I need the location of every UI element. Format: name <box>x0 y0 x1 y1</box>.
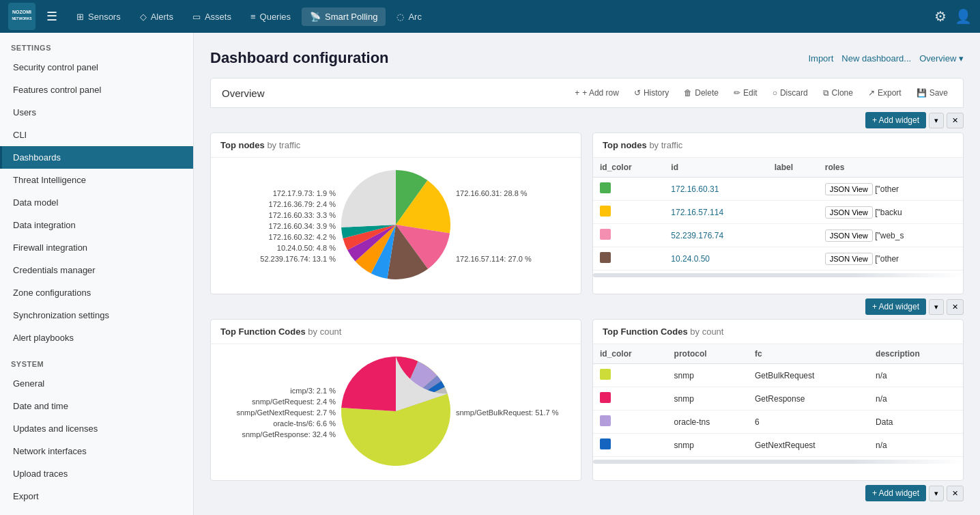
sidebar-item-cli[interactable]: CLI <box>0 124 193 146</box>
page-header-actions: Import New dashboard... Overview ▾ <box>808 53 964 64</box>
add-widget-button-3[interactable]: + Add widget <box>865 485 926 501</box>
widget-collapse-button-2[interactable]: ▾ <box>929 299 944 315</box>
node-id-link[interactable]: 10.24.0.50 <box>671 254 710 264</box>
col-id-color: id_color <box>593 344 667 364</box>
widget-card-fc-pie: Top Function Codes by count icmp/3: 2.1 … <box>210 319 581 481</box>
sidebar-item-updates-and-licenses[interactable]: Updates and licenses <box>0 417 193 440</box>
sidebar-item-general[interactable]: General <box>0 372 193 395</box>
pie-with-labels-1: 172.17.9.73: 1.9 % 172.16.36.79: 2.4 % 1… <box>218 165 574 287</box>
logo-icon: NOZOMI NETWORKS <box>8 3 35 30</box>
sidebar-item-firewall-integration[interactable]: Firewall integration <box>0 236 193 259</box>
json-view-button[interactable]: JSON View <box>825 206 873 219</box>
clone-button[interactable]: ⧉ Clone <box>819 85 857 100</box>
widget-collapse-button-3[interactable]: ▾ <box>929 486 944 501</box>
smart-polling-icon: 📡 <box>310 12 321 22</box>
sidebar-item-credentials-manager[interactable]: Credentials manager <box>0 259 193 281</box>
col-description: description <box>869 344 963 364</box>
node-id-link[interactable]: 172.16.60.31 <box>671 184 719 194</box>
settings-section-label: Settings <box>0 33 193 56</box>
sidebar-item-date-and-time[interactable]: Date and time <box>0 395 193 417</box>
sidebar-item-security-control-panel[interactable]: Security control panel <box>0 56 193 79</box>
sidebar-item-alert-playbooks[interactable]: Alert playbooks <box>0 326 193 349</box>
col-id-color: id_color <box>593 158 664 178</box>
table1-scroll[interactable]: id_color id label roles 172.16.60.31 <box>593 158 963 280</box>
add-widget-bar-2: + Add widget ▾ ✕ <box>210 294 964 319</box>
table-row: snmp GetBulkRequest n/a <box>593 364 963 387</box>
scrollbar-hint-1[interactable] <box>593 273 963 277</box>
topnav-right: ⚙ 👤 <box>934 8 972 25</box>
widget-card-nodes-pie: Top nodes by traffic 172.17.9.73: 1.9 % … <box>210 133 581 294</box>
edit-icon: ✏ <box>734 88 740 98</box>
widget-collapse-button-1[interactable]: ▾ <box>929 113 944 128</box>
json-view-button[interactable]: JSON View <box>825 253 873 265</box>
widget-delete-button-1[interactable]: ✕ <box>947 113 964 128</box>
overview-bar: Overview + + Add row ↺ History 🗑 Delete … <box>210 78 964 108</box>
col-roles: roles <box>818 158 963 178</box>
history-button[interactable]: ↺ History <box>630 85 673 100</box>
widget-delete-button-3[interactable]: ✕ <box>947 486 964 501</box>
new-dashboard-button[interactable]: New dashboard... <box>841 53 911 64</box>
nav-sensors[interactable]: ⊞ Sensors <box>68 8 129 26</box>
discard-button[interactable]: ○ Discard <box>768 85 812 100</box>
table2-scroll[interactable]: id_color protocol fc description snmp Ge… <box>593 344 963 467</box>
menu-icon[interactable]: ☰ <box>46 9 57 24</box>
add-widget-button-2[interactable]: + Add widget <box>865 298 926 315</box>
nav-smart-polling[interactable]: 📡 Smart Polling <box>302 8 386 26</box>
topnav: NOZOMI NETWORKS ☰ ⊞ Sensors ◇ Alerts ▭ A… <box>0 0 980 33</box>
user-icon[interactable]: 👤 <box>955 8 972 25</box>
add-widget-button-1[interactable]: + Add widget <box>865 112 926 128</box>
node-id-link[interactable]: 172.16.57.114 <box>671 208 723 217</box>
scrollbar-hint-2[interactable] <box>593 460 963 464</box>
logo[interactable]: NOZOMI NETWORKS <box>8 3 35 30</box>
import-button[interactable]: Import <box>808 53 833 64</box>
add-widget-bar-3: + Add widget ▾ ✕ <box>210 481 964 505</box>
widget-row-2: Top Function Codes by count icmp/3: 2.1 … <box>210 319 964 481</box>
export-button[interactable]: ↗ Export <box>864 85 906 100</box>
nav-assets[interactable]: ▭ Assets <box>184 8 240 26</box>
sidebar-item-synchronization-settings[interactable]: Synchronization settings <box>0 304 193 326</box>
color-swatch <box>600 252 611 263</box>
json-view-button[interactable]: JSON View <box>825 229 873 242</box>
node-id-link[interactable]: 52.239.176.74 <box>671 231 723 240</box>
pie-legend-right-2: snmp/GetBulkRequest: 51.7 % <box>450 408 571 417</box>
widget-card-nodes-table: Top nodes by traffic id_color id label r… <box>592 133 964 294</box>
delete-button[interactable]: 🗑 Delete <box>680 85 723 100</box>
nodes-table: id_color id label roles 172.16.60.31 <box>593 158 963 270</box>
nav-queries[interactable]: ≡ Queries <box>242 8 299 26</box>
widget-row-1: Top nodes by traffic 172.17.9.73: 1.9 % … <box>210 133 964 294</box>
table-row: 172.16.60.31 JSON View ["other <box>593 178 963 201</box>
widget-card-fc-table-header: Top Function Codes by count <box>593 320 963 344</box>
json-view-button[interactable]: JSON View <box>825 183 873 195</box>
sensors-icon: ⊞ <box>76 12 84 22</box>
color-swatch <box>600 415 611 426</box>
save-button[interactable]: 💾 Save <box>912 85 952 100</box>
add-row-button[interactable]: + + Add row <box>571 85 623 100</box>
main-content: Dashboard configuration Import New dashb… <box>194 33 980 515</box>
save-icon: 💾 <box>917 88 927 98</box>
settings-icon[interactable]: ⚙ <box>934 8 947 25</box>
svg-text:NETWORKS: NETWORKS <box>12 16 32 20</box>
sidebar-item-dashboards[interactable]: Dashboards <box>0 146 193 169</box>
overview-dropdown-button[interactable]: Overview ▾ <box>919 53 964 64</box>
sidebar-item-export[interactable]: Export <box>0 485 193 507</box>
nav-arc[interactable]: ◌ Arc <box>388 8 430 26</box>
sidebar-item-data-integration[interactable]: Data integration <box>0 214 193 236</box>
sidebar-item-network-interfaces[interactable]: Network interfaces <box>0 440 193 462</box>
widget-delete-button-2[interactable]: ✕ <box>947 299 964 315</box>
sidebar-item-threat-intelligence[interactable]: Threat Intelligence <box>0 169 193 191</box>
sidebar-item-upload-traces[interactable]: Upload traces <box>0 462 193 485</box>
table-row: oracle-tns 6 Data <box>593 410 963 434</box>
color-swatch <box>600 229 611 240</box>
sidebar-item-data-model[interactable]: Data model <box>0 191 193 214</box>
discard-radio: ○ <box>773 88 777 98</box>
queries-icon: ≡ <box>250 12 256 22</box>
nav-alerts[interactable]: ◇ Alerts <box>132 8 182 26</box>
sidebar-item-zone-configurations[interactable]: Zone configurations <box>0 281 193 304</box>
overview-actions: + + Add row ↺ History 🗑 Delete ✏ Edit ○ <box>571 85 952 100</box>
sidebar-item-users[interactable]: Users <box>0 101 193 124</box>
sidebar-item-features-control-panel[interactable]: Features control panel <box>0 79 193 101</box>
pie-legend-left-1: 172.17.9.73: 1.9 % 172.16.36.79: 2.4 % 1… <box>220 189 341 263</box>
delete-icon: 🗑 <box>684 88 692 98</box>
overview-label: Overview <box>222 87 265 99</box>
edit-button[interactable]: ✏ Edit <box>730 85 762 100</box>
